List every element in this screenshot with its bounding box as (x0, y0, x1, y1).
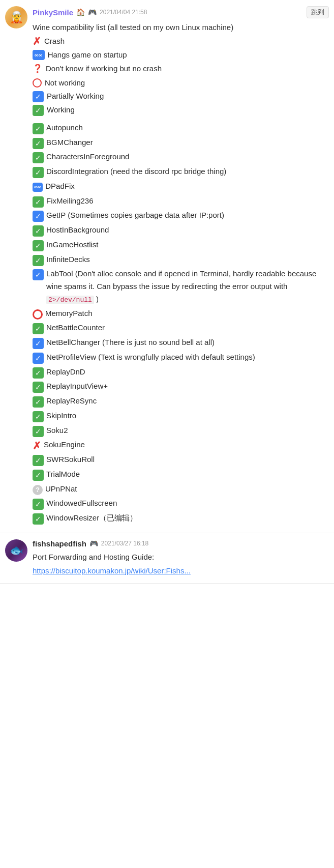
check-green-icon: ✓ (33, 455, 44, 466)
item-label: ReplayReSync (46, 395, 97, 408)
check-green-icon: ✓ (33, 196, 44, 208)
item-label: LabTool (Don't alloc console and if open… (46, 268, 329, 305)
post-body-fish: Port Forwarding and Hosting Guide: https… (33, 551, 329, 577)
timestamp-fish: 2021/03/27 16:18 (101, 540, 148, 547)
check-green-icon: ✓ (33, 470, 44, 481)
post-body-pinkysmile: Wine compatibility list (all tested on m… (33, 21, 329, 525)
username-fish[interactable]: fishshapedfish (33, 539, 86, 548)
item-label: DPadFix (45, 180, 75, 193)
item-labtool: ✓ LabTool (Don't alloc console and if op… (33, 268, 329, 305)
item-label: HostInBackground (46, 224, 109, 237)
item-label: SokuEngine (44, 439, 85, 451)
legend-unknown-label: Don't know if working but no crash (46, 63, 162, 75)
cross-icon: ✗ (33, 441, 41, 451)
item-sokuengine: ✗ SokuEngine (33, 439, 329, 452)
item-label: InGameHostlist (46, 239, 99, 251)
legend-hangs: ∞∞ Hangs game on startup (33, 49, 329, 62)
intro-text: Wine compatibility list (all tested on m… (33, 21, 329, 34)
code-devnull: 2>/dev/null (46, 296, 94, 304)
fish-body-text: Port Forwarding and Hosting Guide: (33, 551, 329, 564)
legend-hangs-label: Hangs game on startup (48, 49, 127, 62)
item-label: GetIP (Sometimes copies garbage data aft… (46, 209, 224, 222)
item-label: WindowedFullscreen (46, 497, 117, 510)
check-blue-icon: ✓ (33, 338, 44, 349)
check-green-icon: ✓ (33, 152, 44, 163)
legend-crash-label: Crash (44, 35, 65, 48)
item-getip: ✓ GetIP (Sometimes copies garbage data a… (33, 209, 329, 222)
items-list: ✓ Autopunch ✓ BGMChanger ✓ CharactersInF… (33, 122, 329, 525)
check-green-icon: ✓ (33, 411, 44, 422)
item-label: SkipIntro (46, 410, 76, 422)
item-discordintegration: ✓ DiscordIntegration (need the discord r… (33, 165, 329, 179)
timestamp-pinkysmile: 2021/04/04 21:58 (100, 9, 147, 16)
item-memorypatch: MemoryPatch (33, 307, 329, 321)
check-green-icon: ✓ (33, 513, 44, 525)
legend-crash: ✗ Crash (33, 35, 329, 48)
post-content-fish: fishshapedfish 🎮 2021/03/27 16:18 Port F… (33, 539, 329, 577)
item-replayinputview: ✓ ReplayInputView+ (33, 380, 329, 393)
check-green-icon: ✓ (33, 382, 44, 393)
fish-link[interactable]: https://biscuitop.koumakon.jp/wiki/User:… (33, 566, 191, 575)
item-label: SWRSokuRoll (46, 453, 95, 466)
check-blue-icon: ✓ (33, 353, 44, 364)
item-infinitedecks: ✓ InfiniteDecks (33, 253, 329, 267)
item-replaydnd: ✓ ReplayDnD (33, 366, 329, 379)
post-header-fish: fishshapedfish 🎮 2021/03/27 16:18 (33, 539, 329, 548)
item-soku2: ✓ Soku2 (33, 424, 329, 438)
item-bgmchanger: ✓ BGMChanger (33, 136, 329, 150)
question-icon: ? (33, 485, 43, 495)
item-skipintro: ✓ SkipIntro (33, 410, 329, 423)
check-green-icon-legend: ✓ (33, 105, 44, 116)
goggles-icon-legend: ∞∞ (33, 50, 45, 60)
post-content-pinkysmile: PinkySmile 🏠 🎮 2021/04/04 21:58 跳到 Wine … (33, 6, 329, 527)
check-green-icon: ✓ (33, 367, 44, 379)
item-label: NetProfileView (Text is wrongfully place… (46, 351, 255, 364)
check-blue-icon: ✓ (33, 211, 44, 222)
check-green-icon: ✓ (33, 426, 44, 437)
item-label: TrialMode (46, 468, 80, 481)
item-windowedfullscreen: ✓ WindowedFullscreen (33, 497, 329, 510)
check-green-icon: ✓ (33, 123, 44, 134)
jump-button[interactable]: 跳到 (307, 6, 329, 18)
check-green-icon: ✓ (33, 323, 44, 334)
item-fixmeiling: ✓ FixMeiling236 (33, 195, 329, 208)
item-label: WindowResizer（已编辑） (46, 512, 137, 525)
question-icon-legend: ❓ (33, 62, 43, 75)
username-pinkysmile[interactable]: PinkySmile (33, 8, 73, 17)
post-pinkysmile: 🧝 PinkySmile 🏠 🎮 2021/04/04 21:58 跳到 Win… (0, 0, 334, 533)
legend-unknown: ❓ Don't know if working but no crash (33, 62, 329, 75)
avatar-image: 🧝 (5, 6, 27, 28)
item-upnpnat: ? UPnPNat (33, 483, 329, 496)
legend-working-label: Working (47, 104, 75, 117)
item-hostinbackground: ✓ HostInBackground (33, 224, 329, 237)
item-ingamehostlist: ✓ InGameHostlist (33, 239, 329, 252)
item-dpadfix: ∞∞ DPadFix (33, 180, 329, 193)
item-label: BGMChanger (46, 136, 93, 149)
badge-house: 🏠 (76, 8, 85, 16)
item-label: NetBattleCounter (46, 322, 105, 334)
avatar-pinkysmile: 🧝 (5, 6, 27, 28)
item-label: UPnPNat (45, 483, 77, 496)
badge-game: 🎮 (88, 8, 97, 16)
check-blue-icon: ✓ (33, 269, 44, 280)
item-replayresync: ✓ ReplayReSync (33, 395, 329, 408)
item-netbattlecounter: ✓ NetBattleCounter (33, 322, 329, 335)
check-green-icon: ✓ (33, 167, 44, 178)
check-blue-icon-legend: ✓ (33, 91, 44, 102)
item-label: MemoryPatch (45, 307, 93, 320)
item-windowresizer: ✓ WindowResizer（已编辑） (33, 512, 329, 525)
avatar-fishshapedfish: 🐟 (5, 539, 27, 562)
item-label: Soku2 (46, 424, 68, 437)
post-header: PinkySmile 🏠 🎮 2021/04/04 21:58 跳到 (33, 6, 329, 18)
avatar-image2: 🐟 (5, 539, 27, 562)
item-netbellchanger: ✓ NetBellChanger (There is just no sound… (33, 336, 329, 350)
item-label: InfiniteDecks (46, 253, 90, 266)
check-green-icon: ✓ (33, 138, 44, 149)
circle-red-icon (33, 309, 43, 320)
item-label: ReplayDnD (46, 366, 85, 379)
goggles-icon: ∞∞ (33, 183, 43, 192)
item-label: CharactersInForeground (46, 151, 129, 163)
item-netprofileview: ✓ NetProfileView (Text is wrongfully pla… (33, 351, 329, 364)
item-autopunch: ✓ Autopunch (33, 122, 329, 135)
legend-notworking: Not working (33, 77, 329, 90)
